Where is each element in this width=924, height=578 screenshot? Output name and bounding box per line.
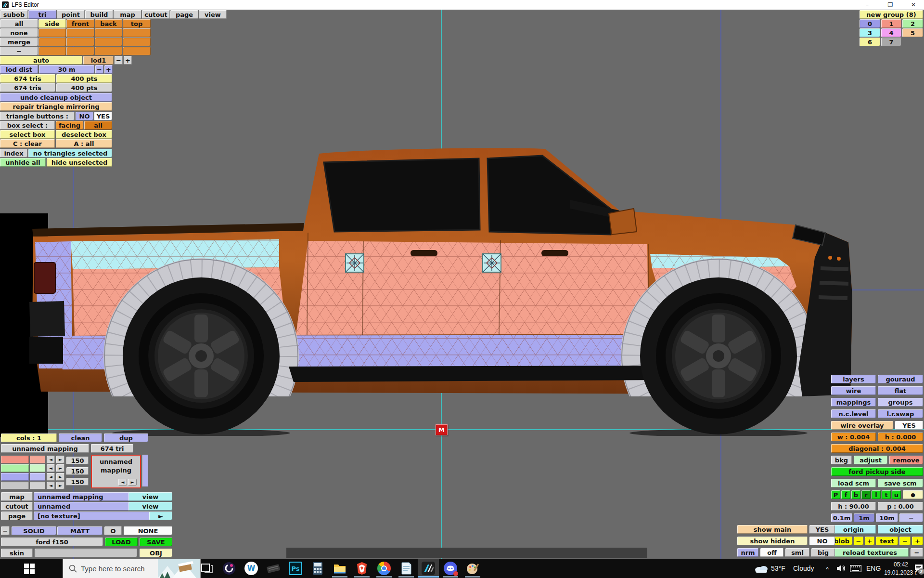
tab-build[interactable]: build bbox=[85, 10, 113, 19]
lod-dist-label[interactable]: lod dist bbox=[0, 65, 38, 74]
clear-selection-button[interactable]: C : clear bbox=[0, 139, 55, 148]
lod-auto-button[interactable]: auto bbox=[0, 56, 82, 65]
filter-cell[interactable] bbox=[38, 38, 66, 46]
group-3[interactable]: 3 bbox=[860, 28, 880, 37]
view-axis-t[interactable]: t bbox=[882, 490, 891, 499]
lod-lod1-button[interactable]: lod1 bbox=[83, 56, 114, 65]
lod-minus-button[interactable]: − bbox=[115, 56, 123, 65]
filter-cell[interactable] bbox=[38, 47, 66, 55]
wire-button[interactable]: wire bbox=[831, 386, 876, 395]
load-scm-button[interactable]: load scm bbox=[831, 479, 876, 487]
nrm-big[interactable]: big bbox=[811, 548, 835, 557]
material-none[interactable]: NONE bbox=[124, 526, 172, 535]
lrswap-button[interactable]: l.r.swap bbox=[878, 409, 923, 418]
tab-tri[interactable]: tri bbox=[28, 10, 56, 19]
view-axis-f[interactable]: f bbox=[841, 490, 850, 499]
channel-right-arrow[interactable]: ► bbox=[56, 482, 64, 489]
view-axis-u[interactable]: u bbox=[892, 490, 901, 499]
color-swatch-red-shade[interactable] bbox=[30, 456, 45, 463]
box-select-all[interactable]: all bbox=[84, 121, 112, 130]
channel-right-arrow[interactable]: ► bbox=[56, 473, 64, 481]
model-name[interactable]: ford f150 bbox=[1, 538, 103, 546]
calculator-icon[interactable] bbox=[311, 562, 324, 575]
filter-merge[interactable]: merge bbox=[0, 38, 38, 46]
step-0.1m[interactable]: 0.1m bbox=[831, 513, 852, 522]
mapping-scrollbar[interactable] bbox=[142, 455, 148, 486]
file-explorer-icon[interactable] bbox=[333, 562, 346, 575]
adjust-button[interactable]: adjust bbox=[854, 456, 887, 464]
tab-map[interactable]: map bbox=[114, 10, 141, 19]
mapping-name-label[interactable]: unnamed mapping bbox=[1, 444, 89, 453]
text-button[interactable]: text bbox=[876, 537, 898, 545]
filter-minus[interactable]: − bbox=[0, 47, 38, 55]
groups-button[interactable]: groups bbox=[878, 398, 923, 407]
tab-point[interactable]: point bbox=[57, 10, 85, 19]
map-label[interactable]: map bbox=[1, 492, 33, 501]
lfs-editor-icon[interactable] bbox=[422, 562, 435, 575]
filter-cell[interactable] bbox=[123, 38, 151, 46]
group-5[interactable]: 5 bbox=[902, 28, 923, 37]
map-value[interactable]: unnamed mapping bbox=[34, 492, 131, 501]
mapping-prev-arrow[interactable]: ◄ bbox=[118, 479, 127, 486]
color-swatch-red[interactable] bbox=[1, 456, 29, 463]
view-axis-free-dot[interactable]: ● bbox=[903, 490, 923, 499]
step-minus[interactable]: − bbox=[899, 513, 923, 522]
filter-cell[interactable] bbox=[123, 28, 151, 37]
brave-icon[interactable] bbox=[355, 562, 369, 575]
tray-chevron-icon[interactable]: ^ bbox=[826, 565, 829, 573]
group-4[interactable]: 4 bbox=[881, 28, 901, 37]
show-main-label[interactable]: show main bbox=[737, 525, 808, 534]
ring-app-icon[interactable] bbox=[222, 562, 236, 575]
tab-page[interactable]: page bbox=[170, 10, 198, 19]
step-10m[interactable]: 10m bbox=[876, 513, 898, 522]
dup-button[interactable]: dup bbox=[104, 434, 148, 442]
filter-top[interactable]: top bbox=[123, 19, 151, 28]
gouraud-button[interactable]: gouraud bbox=[878, 375, 923, 383]
tab-subob[interactable]: subob bbox=[0, 10, 28, 19]
origin-button[interactable]: origin bbox=[831, 525, 876, 534]
color-swatch-blue-shade[interactable] bbox=[30, 473, 45, 481]
group-1[interactable]: 1 bbox=[881, 19, 901, 28]
triangle-buttons-yes[interactable]: YES bbox=[94, 112, 112, 120]
search-box[interactable]: Type here to search bbox=[63, 559, 201, 578]
select-all-button[interactable]: A : all bbox=[56, 139, 112, 148]
filter-cell[interactable] bbox=[66, 38, 94, 46]
nrm-off[interactable]: off bbox=[760, 548, 783, 557]
step-1m[interactable]: 1m bbox=[854, 513, 874, 522]
filter-cell[interactable] bbox=[38, 28, 66, 37]
group-6[interactable]: 6 bbox=[860, 38, 880, 46]
flat-button[interactable]: flat bbox=[878, 386, 923, 395]
channel-left-arrow[interactable]: ◄ bbox=[47, 464, 55, 472]
tray-condition[interactable]: Cloudy bbox=[793, 565, 814, 572]
channel-left-arrow[interactable]: ◄ bbox=[47, 482, 55, 489]
tab-cutout[interactable]: cutout bbox=[142, 10, 170, 19]
photoshop-icon[interactable]: Ps bbox=[289, 562, 302, 575]
skin-label[interactable]: skin bbox=[1, 549, 33, 557]
material-o[interactable]: O bbox=[104, 526, 122, 535]
view-axis-r[interactable]: r bbox=[861, 490, 871, 499]
filter-front[interactable]: front bbox=[66, 19, 94, 28]
bkg-button[interactable]: bkg bbox=[831, 456, 852, 464]
color-swatch-gray-shade[interactable] bbox=[30, 482, 45, 489]
channel-right-arrow[interactable]: ► bbox=[56, 456, 64, 463]
lod-plus-button[interactable]: + bbox=[124, 56, 132, 65]
clean-button[interactable]: clean bbox=[59, 434, 102, 442]
channel-left-arrow[interactable]: ◄ bbox=[47, 473, 55, 481]
blob-plus[interactable]: + bbox=[865, 537, 874, 545]
view-axis-b[interactable]: b bbox=[851, 490, 860, 499]
remove-button[interactable]: remove bbox=[889, 456, 923, 464]
deselect-box-button[interactable]: deselect box bbox=[56, 130, 112, 139]
group-2[interactable]: 2 bbox=[902, 19, 923, 28]
show-main-yes[interactable]: YES bbox=[809, 525, 835, 534]
text-plus[interactable]: + bbox=[912, 537, 923, 545]
color-swatch-blue[interactable] bbox=[1, 473, 29, 481]
box-select-facing[interactable]: facing bbox=[56, 121, 83, 130]
show-hidden-label[interactable]: show hidden bbox=[737, 537, 808, 545]
mapping-next-arrow[interactable]: ► bbox=[128, 479, 137, 486]
heading-value[interactable]: h : 90.00 bbox=[831, 502, 876, 511]
start-button[interactable] bbox=[24, 564, 35, 574]
save-scm-button[interactable]: save scm bbox=[878, 479, 923, 487]
save-button[interactable]: SAVE bbox=[140, 538, 172, 546]
view-axis-P[interactable]: P bbox=[831, 490, 840, 499]
obj-button[interactable]: OBJ bbox=[140, 549, 172, 557]
